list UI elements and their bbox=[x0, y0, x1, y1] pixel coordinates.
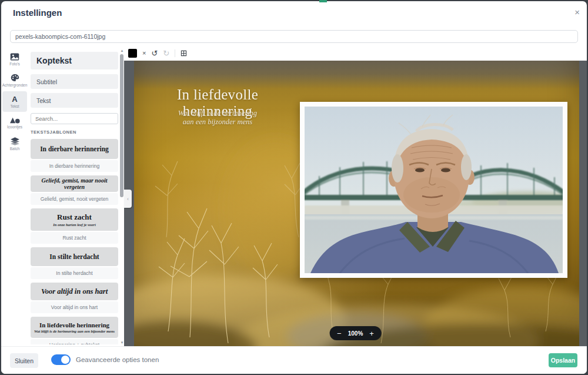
template-preview: Rust zacht In onze harten leef je voort bbox=[31, 208, 118, 231]
text-panel: Koptekst Subtitel Tekst TEKSTSJABLONEN I… bbox=[31, 52, 118, 344]
photo-icon bbox=[10, 53, 19, 61]
zoom-in-button[interactable]: + bbox=[369, 330, 374, 337]
template-caption: Voor altijd in ons hart bbox=[31, 301, 118, 313]
template-preview: In liefdevolle herinnering Wat blijft is… bbox=[31, 317, 118, 338]
elderly-man-portrait bbox=[305, 107, 563, 273]
template-preview: Geliefd, gemist, maar nooit vergeten bbox=[31, 175, 118, 192]
subtitle-field[interactable]: Subtitel bbox=[31, 74, 118, 89]
save-button[interactable]: Opslaan bbox=[549, 353, 577, 367]
text-template-card[interactable]: In stilte herdacht In stilte herdacht bbox=[31, 247, 118, 279]
template-caption: Herinnering + subtekst bbox=[31, 339, 118, 344]
layers-icon bbox=[11, 137, 19, 145]
sidebar-item-tekst[interactable]: A Tekst bbox=[2, 91, 27, 112]
advanced-options-toggle[interactable] bbox=[51, 354, 71, 365]
toggle-knob bbox=[61, 356, 69, 364]
sidebar-item-achtergronden[interactable]: Achtergronden bbox=[2, 70, 27, 91]
text-icon: A bbox=[12, 95, 17, 103]
template-preview: In dierbare herinnering bbox=[31, 139, 118, 159]
grid-icon[interactable] bbox=[181, 50, 187, 57]
advanced-options-label: Geavanceerde opties tonen bbox=[76, 356, 159, 363]
close-icon[interactable]: × bbox=[574, 8, 580, 16]
canvas-toolbar: × ↺ ↻ bbox=[128, 48, 187, 58]
tool-sidebar: Foto's Achtergronden A Tekst Icoontjes B… bbox=[2, 49, 27, 155]
template-caption: In dierbare herinnering bbox=[31, 160, 118, 172]
filename-input[interactable] bbox=[10, 30, 578, 43]
search-input[interactable] bbox=[31, 115, 118, 122]
sidebar-item-label: Foto's bbox=[9, 62, 20, 66]
color-swatch[interactable] bbox=[128, 49, 137, 58]
text-template-card[interactable]: In liefdevolle herinnering Wat blijft is… bbox=[31, 317, 118, 344]
text-template-card[interactable]: Rust zacht In onze harten leef je voort … bbox=[31, 208, 118, 244]
chevron-left-icon: ‹ bbox=[127, 196, 129, 202]
sidebar-item-label: Icoontjes bbox=[7, 125, 22, 129]
text-template-card[interactable]: In dierbare herinnering In dierbare heri… bbox=[31, 139, 118, 172]
sidebar-item-fotos[interactable]: Foto's bbox=[2, 49, 27, 69]
portrait-photo[interactable] bbox=[300, 102, 567, 278]
close-button[interactable]: Sluiten bbox=[10, 353, 38, 368]
zoom-control: − 100% + bbox=[329, 326, 382, 340]
template-caption: In stilte herdacht bbox=[31, 267, 118, 279]
template-preview: In stilte herdacht bbox=[31, 247, 118, 266]
scrollbar-thumb[interactable] bbox=[120, 54, 123, 197]
scroll-down-icon[interactable]: ▼ bbox=[119, 341, 125, 344]
background-page-fragment bbox=[319, 0, 327, 2]
zoom-level: 100% bbox=[348, 330, 363, 337]
modal-title: Instellingen bbox=[13, 8, 62, 18]
sidebar-item-label: Achtergronden bbox=[2, 83, 28, 87]
template-search bbox=[31, 113, 118, 124]
redo-icon[interactable]: ↻ bbox=[163, 49, 169, 57]
templates-section-label: TEKSTSJABLONEN bbox=[31, 130, 118, 135]
card-subtitle-text[interactable]: Wat blijft is de herinnering aan een bij… bbox=[149, 109, 286, 126]
canvas-area: In liefdevolle herinnering Wat blijft is… bbox=[124, 61, 587, 346]
template-caption: Rust zacht bbox=[31, 232, 118, 244]
remove-color-icon[interactable]: × bbox=[142, 50, 146, 57]
palette-icon bbox=[11, 74, 19, 82]
text-template-card[interactable]: Voor altijd in ons hart Voor altijd in o… bbox=[31, 283, 118, 313]
template-preview-subtext: Wat blijft is de herinnering aan een bij… bbox=[34, 329, 115, 333]
scroll-up-icon[interactable]: ▲ bbox=[119, 49, 125, 52]
undo-icon[interactable]: ↺ bbox=[151, 49, 158, 57]
toolbar-divider bbox=[175, 49, 175, 57]
template-preview-subtext: In onze harten leef je voort bbox=[53, 223, 95, 227]
template-preview: Voor altijd in ons hart bbox=[31, 283, 118, 300]
template-caption: Geliefd, gemist, nooit vergeten bbox=[31, 193, 118, 205]
memorial-card-artwork[interactable]: In liefdevolle herinnering Wat blijft is… bbox=[134, 61, 579, 346]
heading-field[interactable]: Koptekst bbox=[31, 52, 118, 69]
shapes-icon bbox=[10, 117, 20, 124]
text-template-card[interactable]: Geliefd, gemist, maar nooit vergeten Gel… bbox=[31, 175, 118, 205]
modal-footer: Sluiten Geavanceerde opties tonen Opslaa… bbox=[1, 346, 587, 374]
sidebar-item-icoontjes[interactable]: Icoontjes bbox=[2, 112, 27, 133]
sidebar-item-label: Tekst bbox=[10, 104, 19, 108]
panel-collapse-tab[interactable]: ‹ bbox=[124, 190, 132, 208]
sidebar-item-label: Batch bbox=[10, 147, 20, 151]
zoom-out-button[interactable]: − bbox=[337, 330, 342, 337]
text-field[interactable]: Tekst bbox=[31, 93, 118, 108]
sidebar-item-batch[interactable]: Batch bbox=[2, 134, 27, 154]
